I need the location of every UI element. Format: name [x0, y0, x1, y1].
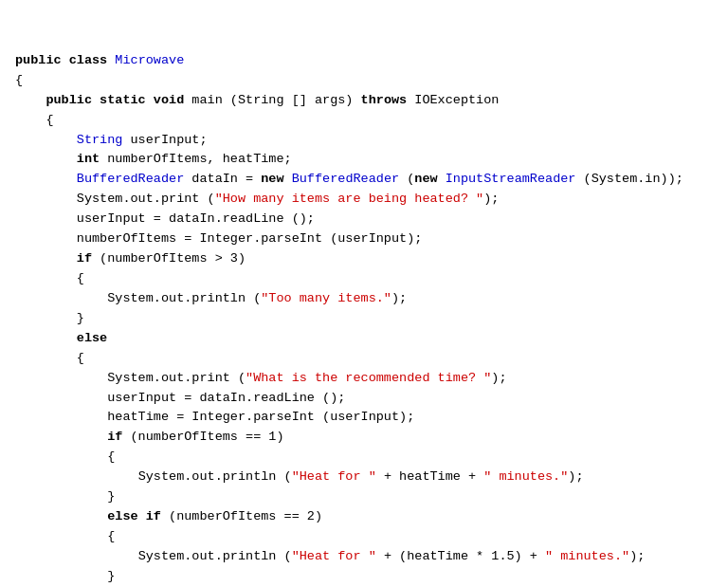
- token-kw: if: [107, 430, 122, 444]
- token-plain: [284, 172, 292, 186]
- token-plain: }: [77, 311, 84, 325]
- code-line: else: [15, 329, 713, 349]
- token-str: "How many items are being heated? ": [215, 192, 484, 206]
- code-line: public class Microwave: [15, 51, 713, 71]
- token-str: " minutes.": [545, 549, 629, 563]
- code-line: }: [15, 487, 713, 507]
- token-str: "Heat for ": [292, 549, 376, 563]
- code-line: }: [15, 309, 713, 329]
- token-kw: throws: [361, 93, 415, 107]
- token-kw: public static void: [46, 93, 191, 107]
- token-kw: int: [77, 152, 100, 166]
- code-line: numberOfItems = Integer.parseInt (userIn…: [15, 229, 713, 249]
- code-line: userInput = dataIn.readLine ();: [15, 210, 713, 229]
- token-plain: + (heatTime * 1.5) +: [376, 549, 545, 563]
- token-kw: new: [261, 172, 283, 186]
- code-line: {: [15, 448, 713, 468]
- token-plain: dataIn =: [184, 172, 261, 186]
- token-plain: IOException: [414, 93, 499, 107]
- token-plain: userInput = dataIn.readLine ();: [107, 391, 345, 405]
- token-str: "Too many items.": [261, 291, 391, 305]
- token-plain: numberOfItems, heatTime;: [100, 152, 292, 166]
- token-kw: if: [77, 251, 92, 266]
- token-plain: (numberOfItems == 1): [122, 430, 283, 444]
- code-line: }: [15, 567, 713, 587]
- token-plain: }: [107, 489, 115, 504]
- code-editor: public class Microwave{ public static vo…: [15, 11, 713, 587]
- token-plain: (: [399, 172, 414, 186]
- token-str: " minutes.": [483, 469, 568, 484]
- token-plain: System.out.print (: [77, 192, 215, 206]
- token-cn: String: [77, 133, 123, 147]
- code-line: System.out.println ("Heat for " + heatTi…: [15, 468, 713, 487]
- token-kw: new: [414, 172, 437, 186]
- token-plain: + heatTime +: [376, 469, 483, 484]
- code-line: System.out.println ("Heat for " + (heatT…: [15, 547, 713, 567]
- token-cn: InputStreamReader: [446, 172, 576, 186]
- token-plain: {: [107, 529, 115, 543]
- token-plain: numberOfItems = Integer.parseInt (userIn…: [77, 231, 423, 246]
- code-line: {: [15, 527, 713, 547]
- code-line: {: [15, 269, 713, 289]
- code-line: heatTime = Integer.parseInt (userInput);: [15, 408, 713, 428]
- code-line: BufferedReader dataIn = new BufferedRead…: [15, 170, 713, 190]
- code-line: System.out.println ("Too many items.");: [15, 289, 713, 309]
- token-plain: [438, 172, 446, 186]
- token-str: "What is the recommended time? ": [246, 371, 491, 385]
- code-line: else if (numberOfItems == 2): [15, 507, 713, 527]
- code-line: {: [15, 71, 713, 91]
- token-plain: }: [107, 569, 115, 583]
- token-plain: System.out.print (: [107, 371, 246, 385]
- token-plain: {: [107, 449, 115, 464]
- token-plain: System.out.println (: [107, 291, 261, 305]
- code-line: System.out.print ("How many items are be…: [15, 190, 713, 210]
- token-kw: else if: [107, 509, 161, 523]
- token-plain: heatTime = Integer.parseInt (userInput);: [107, 410, 414, 424]
- token-kw: else: [77, 331, 107, 345]
- token-plain: );: [483, 192, 499, 206]
- token-plain: {: [46, 113, 53, 127]
- token-plain: System.out.println (: [138, 469, 292, 484]
- token-cn: Microwave: [115, 53, 184, 67]
- code-line: if (numberOfItems == 1): [15, 428, 713, 448]
- token-cn: BufferedReader: [292, 172, 399, 186]
- token-plain: userInput;: [122, 133, 207, 147]
- code-line: userInput = dataIn.readLine ();: [15, 389, 713, 409]
- code-line: {: [15, 111, 713, 131]
- token-plain: {: [77, 351, 84, 365]
- code-content: public class Microwave{ public static vo…: [15, 51, 713, 587]
- token-plain: (numberOfItems == 2): [161, 509, 322, 523]
- token-str: "Heat for ": [292, 469, 376, 484]
- token-cn: BufferedReader: [77, 172, 184, 186]
- code-line: public static void main (String [] args)…: [15, 91, 713, 111]
- token-plain: System.out.println (: [138, 549, 292, 563]
- token-plain: );: [568, 469, 583, 484]
- token-plain: );: [391, 291, 407, 305]
- token-plain: );: [629, 549, 645, 563]
- token-plain: main (String [] args): [191, 93, 360, 107]
- token-plain: );: [491, 371, 506, 385]
- token-plain: {: [15, 73, 23, 87]
- code-line: System.out.print ("What is the recommend…: [15, 369, 713, 389]
- token-plain: (System.in));: [575, 172, 682, 186]
- token-plain: {: [77, 271, 84, 285]
- token-kw: public class: [15, 53, 115, 67]
- code-line: String userInput;: [15, 131, 713, 151]
- token-plain: (numberOfItems > 3): [92, 251, 246, 266]
- code-line: int numberOfItems, heatTime;: [15, 150, 713, 170]
- code-line: {: [15, 349, 713, 369]
- token-plain: userInput = dataIn.readLine ();: [77, 211, 315, 226]
- code-line: if (numberOfItems > 3): [15, 249, 713, 269]
